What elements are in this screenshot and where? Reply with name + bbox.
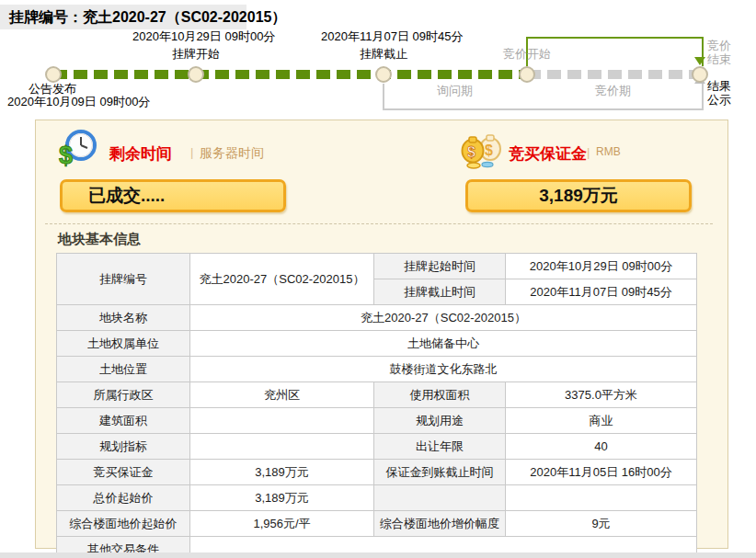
table-cell-value: 鼓楼街道文化东路北 — [190, 357, 697, 382]
bidding-window-bracket — [526, 37, 704, 66]
header-divider-right: | — [587, 145, 590, 159]
listing-start-date: 2020年10月29日 09时00分 — [132, 28, 275, 45]
table-row: 所属行政区兖州区使用权面积3375.0平方米 — [57, 382, 697, 408]
table-cell-label: 土地位置 — [57, 357, 190, 382]
table-cell-label: 竞买保证金 — [57, 460, 190, 485]
table-cell-label: 出让年限 — [374, 434, 506, 460]
table-cell-value: 3,189万元 — [190, 460, 374, 485]
table-cell-value: 1,956元/平 — [190, 511, 374, 537]
table-row: 土地位置鼓楼街道文化东路北 — [57, 357, 697, 382]
announce-date: 2020年10月09日 09时00分 — [7, 94, 150, 110]
result-label: 结果公示 — [707, 79, 733, 107]
deposit-amount-box: 3,189万元 — [465, 179, 692, 212]
svg-text:$: $ — [485, 142, 493, 158]
table-row: 规划指标出让年限40 — [57, 434, 697, 460]
table-cell-value: 兖土2020-27（SC02-202015） — [190, 305, 697, 331]
table-cell-value: 2020年11月07日 09时45分 — [506, 279, 697, 305]
remaining-time-label: 剩余时间 — [109, 143, 172, 165]
table-cell-label — [374, 485, 506, 511]
table-cell-label: 挂牌编号 — [57, 254, 190, 305]
table-cell-label: 保证金到账截止时间 — [374, 460, 506, 485]
table-cell-value: 3,189万元 — [190, 485, 374, 511]
server-time-label: 服务器时间 — [200, 145, 264, 162]
table-cell-label: 地块名称 — [57, 305, 190, 331]
deal-status-box: 已成交..... — [60, 179, 286, 212]
table-cell-value: 2020年10月29日 09时00分 — [506, 254, 697, 279]
table-row: 挂牌编号兖土2020-27（SC02-202015）挂牌起始时间2020年10月… — [57, 254, 697, 279]
inquiry-period-label: 询问期 — [437, 83, 473, 99]
table-cell-label: 挂牌截止时间 — [374, 279, 506, 305]
bidding-end-label: 竞价结束 — [707, 39, 733, 66]
table-cell-value — [190, 434, 374, 460]
table-cell-value: 土地储备中心 — [190, 331, 697, 357]
timeline-node-listing-end — [375, 66, 392, 83]
land-info-table: 挂牌编号兖土2020-27（SC02-202015）挂牌起始时间2020年10月… — [56, 253, 697, 558]
listing-start-label: 挂牌开始 — [172, 46, 220, 63]
money-bags-icon: $ $ — [459, 128, 505, 174]
table-cell-value — [190, 408, 374, 434]
table-cell-label: 综合楼面地价增价幅度 — [374, 511, 506, 537]
table-cell-label: 建筑面积 — [57, 408, 190, 434]
clock-dollar-icon: $ — [56, 128, 98, 174]
table-cell-label: 规划指标 — [57, 434, 190, 460]
arrow-down-icon — [694, 57, 705, 65]
table-cell-label: 使用权面积 — [374, 382, 506, 408]
dotted-divider — [45, 223, 713, 224]
deposit-label: 竞买保证金 — [509, 143, 587, 165]
land-info-table-body: 挂牌编号兖土2020-27（SC02-202015）挂牌起始时间2020年10月… — [57, 254, 697, 558]
table-row: 建筑面积规划用途商业 — [57, 408, 697, 434]
timeline-node-listing-start — [188, 66, 204, 83]
table-cell-label: 规划用途 — [374, 408, 506, 434]
table-cell-value: 3375.0平方米 — [506, 382, 697, 408]
table-row: 竞买保证金3,189万元保证金到账截止时间2020年11月05日 16时00分 — [57, 460, 697, 485]
listing-end-date: 2020年11月07日 09时45分 — [321, 28, 463, 45]
bidding-period-label: 竞价期 — [595, 83, 631, 99]
table-cell-label: 土地权属单位 — [57, 331, 190, 357]
table-cell-value: 9元 — [506, 511, 697, 537]
section-title-basic-info: 地块基本信息 — [58, 231, 141, 248]
timeline-node-bidding-end — [692, 66, 708, 83]
table-cell-label: 挂牌起始时间 — [374, 254, 506, 279]
table-cell-value: 兖土2020-27（SC02-202015） — [190, 254, 374, 305]
table-cell-value — [506, 485, 697, 511]
result-window-bracket — [383, 84, 704, 110]
table-cell-value: 兖州区 — [190, 382, 374, 408]
table-cell-label: 所属行政区 — [57, 382, 190, 408]
table-row: 总价起始价3,189万元 — [57, 485, 697, 511]
timeline-node-bidding-start — [519, 66, 535, 83]
table-cell-label: 总价起始价 — [57, 485, 190, 511]
table-cell-label: 综合楼面地价起始价 — [57, 511, 190, 537]
table-cell-value: 40 — [506, 434, 697, 460]
page-bottom-edge — [0, 552, 756, 558]
table-cell-value: 商业 — [506, 408, 697, 434]
table-cell-value: 2020年11月05日 16时00分 — [506, 460, 697, 485]
timeline-track-inactive — [527, 70, 702, 79]
main-panel: $ 剩余时间 | 服务器时间 $ $ 竞买保证金 | RMB 已成交..... … — [35, 120, 728, 549]
page: 挂牌编号：兖土2020-27（SC02-202015） 2020年10月29日 … — [0, 0, 756, 558]
svg-text:$: $ — [59, 142, 73, 169]
table-row: 地块名称兖土2020-27（SC02-202015） — [57, 305, 697, 331]
timeline-track-active — [53, 70, 527, 79]
svg-text:$: $ — [467, 144, 475, 160]
bidding-start-label: 竞价开始 — [503, 46, 551, 63]
table-row: 土地权属单位土地储备中心 — [57, 331, 697, 357]
page-title: 挂牌编号：兖土2020-27（SC02-202015） — [0, 5, 246, 29]
currency-label: RMB — [596, 145, 621, 158]
header-divider-left: | — [190, 145, 193, 159]
table-row: 综合楼面地价起始价1,956元/平综合楼面地价增价幅度9元 — [57, 511, 697, 537]
listing-end-label: 挂牌截止 — [360, 46, 407, 63]
